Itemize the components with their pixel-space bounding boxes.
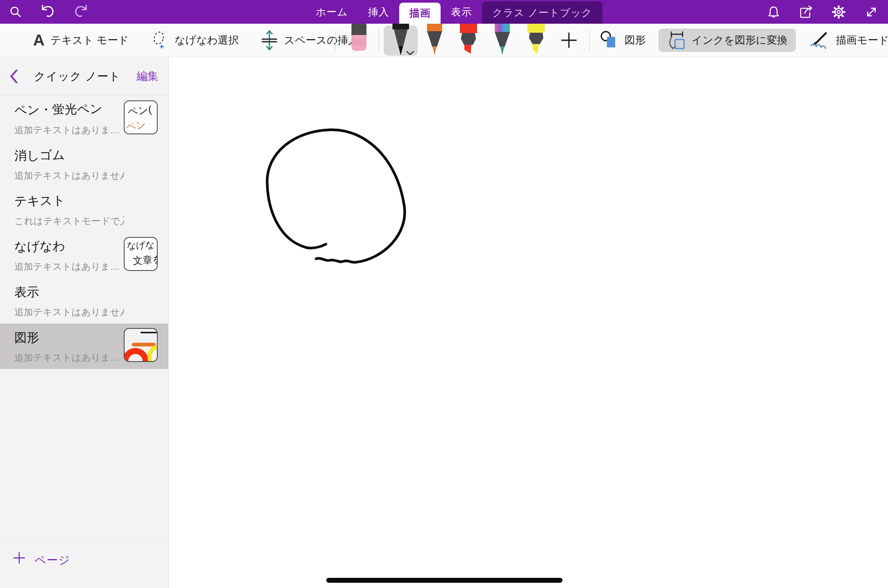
rainbow-pen-icon bbox=[492, 24, 513, 56]
yellow-highlighter-icon bbox=[526, 24, 547, 56]
thumb-ink-text: ペン bbox=[125, 119, 146, 132]
page-thumbnail: ペン( ペン bbox=[124, 100, 158, 134]
draw-mode-label: 描画モード bbox=[836, 33, 888, 47]
add-page-label: ページ bbox=[35, 552, 70, 568]
page-item-view[interactable]: 表示 追加テキストはありません bbox=[0, 278, 168, 324]
share-icon bbox=[798, 5, 813, 20]
lasso-icon bbox=[151, 30, 169, 50]
search-icon bbox=[8, 5, 23, 19]
convert-ink-label: インクを図形に変換 bbox=[692, 33, 788, 47]
add-pen-plus-icon bbox=[560, 32, 578, 49]
text-mode-icon: A bbox=[33, 32, 44, 48]
toolbar-divider bbox=[336, 30, 336, 51]
page-subtitle: 追加テキストはありま… bbox=[14, 351, 124, 364]
page-subtitle: 追加テキストはありま… bbox=[14, 124, 124, 136]
page-subtitle: 追加テキストはありま… bbox=[14, 260, 124, 273]
note-canvas[interactable] bbox=[169, 57, 888, 588]
tab-insert[interactable]: 挿入 bbox=[358, 0, 399, 24]
thumb-ink-text: 文章を bbox=[132, 254, 158, 266]
thumb-shapes-ink bbox=[125, 329, 157, 361]
rainbow-pen-tool[interactable] bbox=[485, 24, 519, 57]
chevron-left-icon bbox=[10, 69, 18, 84]
insert-space-icon bbox=[261, 30, 278, 51]
orange-pen-icon bbox=[424, 24, 445, 56]
pen-tray bbox=[343, 24, 585, 57]
page-item-text[interactable]: テキスト これはテキストモードで入力し… bbox=[0, 187, 168, 232]
sidebar-header: クイック ノート 編集 bbox=[0, 57, 168, 96]
page-thumbnail: なげな 文章を bbox=[124, 237, 158, 271]
thumb-ink-text: なげな bbox=[127, 240, 155, 251]
pen-divider bbox=[379, 30, 379, 51]
convert-ink-icon bbox=[667, 30, 686, 50]
edit-button[interactable]: 編集 bbox=[137, 69, 158, 84]
toolbar-right-group: 図形 インクを図形に変換 描画モード bbox=[600, 24, 888, 57]
page-subtitle: 追加テキストはありません bbox=[14, 169, 124, 182]
eraser-icon bbox=[350, 24, 368, 52]
pen-options-chevron-icon bbox=[406, 50, 415, 56]
add-pen-button[interactable] bbox=[553, 24, 585, 57]
tab-view[interactable]: 表示 bbox=[441, 0, 482, 24]
settings-button[interactable] bbox=[831, 4, 847, 20]
draw-toolbar: A テキスト モード なげなわ選択 スペースの挿 bbox=[0, 24, 888, 57]
shapes-button[interactable]: 図形 bbox=[600, 30, 646, 50]
ribbon-tabs: ホーム 挿入 描画 表示 クラス ノートブック bbox=[306, 0, 602, 24]
page-title: 表示 bbox=[14, 281, 169, 301]
home-indicator[interactable] bbox=[326, 578, 563, 583]
page-list: ペン・蛍光ペン 追加テキストはありま… ペン( ペン 消しゴム 追加テキストはあ… bbox=[0, 96, 168, 369]
draw-mode-icon bbox=[809, 31, 830, 50]
toolbar-divider bbox=[589, 30, 590, 51]
search-button[interactable] bbox=[8, 5, 23, 19]
lasso-select-button[interactable]: なげなわ選択 bbox=[151, 30, 239, 50]
red-highlighter-icon bbox=[458, 24, 479, 56]
tab-home[interactable]: ホーム bbox=[306, 0, 358, 24]
page-item-lasso[interactable]: なげなわ 追加テキストはありま… なげな 文章を bbox=[0, 232, 168, 278]
page-title: テキスト bbox=[14, 190, 169, 210]
page-item-eraser[interactable]: 消しゴム 追加テキストはありません bbox=[0, 141, 168, 187]
text-mode-label: テキスト モード bbox=[50, 33, 129, 47]
page-item-shapes[interactable]: 図形 追加テキストはありま… bbox=[0, 324, 168, 369]
convert-ink-to-shape-button[interactable]: インクを図形に変換 bbox=[658, 29, 796, 52]
thumb-ink-text: ペン( bbox=[127, 105, 152, 117]
gear-icon bbox=[831, 4, 847, 20]
black-pen-tool[interactable] bbox=[384, 24, 418, 57]
redo-icon bbox=[73, 4, 89, 20]
topbar-left-icons bbox=[8, 0, 89, 24]
orange-pen-tool[interactable] bbox=[418, 24, 452, 57]
page-item-pen-highlighter[interactable]: ペン・蛍光ペン 追加テキストはありま… ペン( ペン bbox=[0, 96, 168, 141]
tab-class-notebook[interactable]: クラス ノートブック bbox=[482, 2, 602, 24]
topbar-right-icons bbox=[766, 0, 879, 24]
draw-mode-button[interactable]: 描画モード bbox=[809, 31, 888, 50]
redo-button[interactable] bbox=[73, 4, 89, 20]
add-page-plus-icon bbox=[13, 552, 26, 564]
back-button[interactable] bbox=[10, 69, 18, 84]
toolbar-left-group: A テキスト モード なげなわ選択 スペースの挿 bbox=[33, 24, 359, 57]
page-subtitle: これはテキストモードで入力し… bbox=[14, 215, 124, 227]
fullscreen-button[interactable] bbox=[864, 5, 879, 20]
notebook-title: クイック ノート bbox=[18, 69, 137, 84]
undo-icon bbox=[40, 4, 56, 20]
onenote-app: ホーム 挿入 描画 表示 クラス ノートブック bbox=[0, 0, 888, 588]
page-title: 消しゴム bbox=[14, 145, 169, 164]
add-page-button[interactable]: ページ bbox=[0, 544, 168, 588]
yellow-highlighter-tool[interactable] bbox=[519, 24, 553, 57]
text-mode-button[interactable]: A テキスト モード bbox=[33, 32, 129, 48]
tab-draw[interactable]: 描画 bbox=[399, 3, 441, 24]
fullscreen-icon bbox=[864, 5, 879, 20]
undo-button[interactable] bbox=[40, 4, 56, 20]
page-thumbnail bbox=[124, 328, 158, 362]
lasso-label: なげなわ選択 bbox=[175, 33, 239, 47]
shapes-icon bbox=[600, 30, 619, 50]
bell-icon bbox=[766, 5, 781, 20]
shapes-label: 図形 bbox=[625, 33, 646, 47]
notifications-button[interactable] bbox=[766, 5, 781, 20]
ink-circle-drawing bbox=[169, 57, 888, 588]
eraser-tool[interactable] bbox=[343, 24, 375, 57]
page-subtitle: 追加テキストはありません bbox=[14, 306, 124, 318]
red-highlighter-tool[interactable] bbox=[452, 24, 485, 57]
top-bar: ホーム 挿入 描画 表示 クラス ノートブック bbox=[0, 0, 888, 24]
page-sidebar: クイック ノート 編集 ペン・蛍光ペン 追加テキストはありま… ペン( ペン 消… bbox=[0, 57, 169, 588]
share-button[interactable] bbox=[798, 5, 813, 20]
